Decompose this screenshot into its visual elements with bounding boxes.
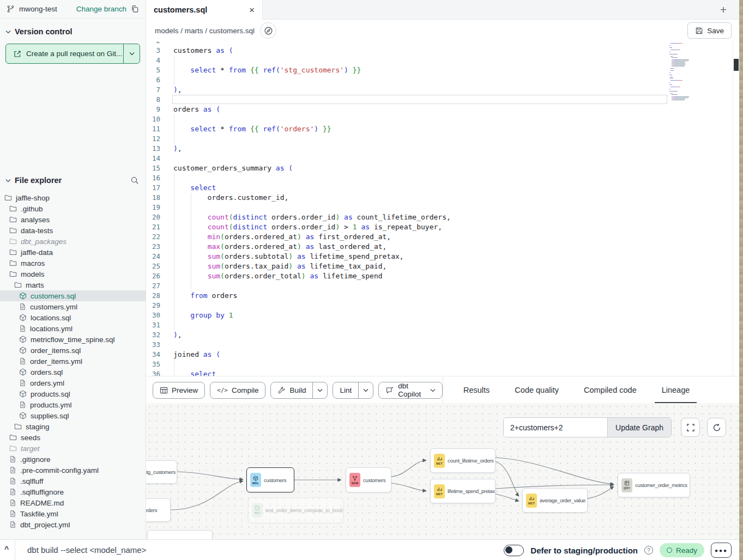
tree-item-macros[interactable]: macros bbox=[0, 258, 146, 269]
tree-item-order-items-yml[interactable]: order_items.yml bbox=[0, 356, 146, 367]
lint-dropdown-button[interactable] bbox=[358, 382, 373, 398]
tree-item-products-sql[interactable]: products.sql bbox=[0, 388, 146, 399]
editor-scrollbar[interactable] bbox=[733, 41, 739, 376]
tree-item--pre-commit-config-yaml[interactable]: .pre-commit-config.yaml bbox=[0, 465, 146, 476]
code-line-34[interactable]: 34joined as ( bbox=[146, 350, 739, 360]
tree-item-marts[interactable]: marts bbox=[0, 279, 146, 290]
tree-item--sqlfluffignore[interactable]: .sqlfluffignore bbox=[0, 486, 146, 497]
search-icon[interactable] bbox=[130, 176, 139, 185]
code-line-35[interactable]: 35 bbox=[146, 360, 739, 369]
defer-toggle[interactable] bbox=[504, 545, 524, 556]
create-pr-button[interactable]: Create a pull request on Git... bbox=[5, 44, 140, 64]
code-line-3[interactable]: 3customers as ( bbox=[146, 46, 739, 56]
tab-results[interactable]: Results bbox=[463, 376, 490, 404]
code-line-7[interactable]: 7), bbox=[146, 85, 739, 95]
lineage-pane[interactable]: stg_customersordersMDLcustomersSEMcustom… bbox=[146, 403, 739, 539]
tree-item--gitignore[interactable]: .gitignore bbox=[0, 454, 146, 465]
pr-dropdown-button[interactable] bbox=[123, 44, 140, 63]
code-line-22[interactable]: 22 min(orders.ordered_at) as first_order… bbox=[146, 232, 739, 242]
refresh-icon[interactable] bbox=[707, 418, 726, 437]
code-line-32[interactable]: 32), bbox=[146, 330, 739, 340]
lineage-node-test-order-items[interactable]: TSTtest_order_items_compute_to_bools... bbox=[248, 497, 343, 523]
tree-item-customers-sql[interactable]: customers.sql bbox=[0, 290, 146, 301]
lint-button[interactable]: Lint bbox=[333, 382, 373, 399]
code-line-12[interactable]: 12 bbox=[146, 134, 739, 144]
code-line-27[interactable]: 27 bbox=[146, 281, 739, 291]
help-icon[interactable]: ? bbox=[644, 546, 653, 555]
tree-item-seeds[interactable]: seeds bbox=[0, 432, 146, 443]
compass-icon[interactable] bbox=[260, 22, 276, 39]
code-editor[interactable]: 23customers as (45 select * from {{ ref(… bbox=[146, 41, 739, 376]
build-button[interactable]: Build bbox=[270, 382, 328, 399]
code-line-26[interactable]: 26 sum(orders.order_total) as lifetime_s… bbox=[146, 271, 739, 281]
update-graph-button[interactable]: Update Graph bbox=[607, 418, 671, 437]
tree-item-target[interactable]: target bbox=[0, 443, 146, 454]
close-icon[interactable]: × bbox=[249, 5, 255, 15]
lineage-node-average_order_value[interactable]: METaverage_order_value bbox=[522, 488, 588, 513]
build-dropdown-button[interactable] bbox=[312, 382, 327, 398]
tree-item--sqlfluff[interactable]: .sqlfluff bbox=[0, 476, 146, 486]
tab-lineage[interactable]: Lineage bbox=[662, 376, 690, 404]
tree-item-dbt-project-yml[interactable]: dbt_project.yml bbox=[0, 519, 146, 530]
lineage-node-customers-semantic[interactable]: SEMcustomers bbox=[346, 467, 391, 492]
more-options-button[interactable]: ●●● bbox=[711, 543, 732, 558]
fullscreen-icon[interactable] bbox=[681, 418, 700, 437]
code-line-20[interactable]: 20 count(distinct orders.order_id) as co… bbox=[146, 212, 739, 222]
tab-customers-sql[interactable]: customers.sql × bbox=[146, 0, 263, 20]
lineage-node-customer_order_metrics[interactable]: QRYcustomer_order_metrics bbox=[618, 473, 690, 497]
tree-item-order-items-sql[interactable]: order_items.sql bbox=[0, 345, 146, 356]
file-explorer-header[interactable]: File explorer bbox=[0, 171, 146, 189]
lineage-selector-input[interactable] bbox=[504, 418, 607, 437]
compile-button[interactable]: </> Compile bbox=[210, 382, 265, 399]
tree-item-customers-yml[interactable]: customers.yml bbox=[0, 301, 146, 312]
code-line-16[interactable]: 16 bbox=[146, 173, 739, 183]
copy-icon[interactable] bbox=[131, 5, 139, 13]
tree-item--github[interactable]: .github bbox=[0, 203, 146, 214]
code-line-6[interactable]: 6 bbox=[146, 75, 739, 85]
version-control-header[interactable]: Version control bbox=[0, 19, 146, 41]
tree-item-products-yml[interactable]: products.yml bbox=[0, 399, 146, 410]
lineage-node-count_lifetime_orders[interactable]: METcount_lifetime_orders bbox=[430, 448, 496, 473]
code-line-17[interactable]: 17 select bbox=[146, 183, 739, 193]
code-line-4[interactable]: 4 bbox=[146, 56, 739, 65]
tree-item-analyses[interactable]: analyses bbox=[0, 214, 146, 225]
code-line-25[interactable]: 25 sum(orders.tax_paid) as lifetime_tax_… bbox=[146, 261, 739, 271]
code-line-15[interactable]: 15customer_orders_summary as ( bbox=[146, 163, 739, 173]
code-line-23[interactable]: 23 max(orders.ordered_at) as last_ordere… bbox=[146, 242, 739, 252]
tree-item-readme-md[interactable]: README.md bbox=[0, 497, 146, 508]
preview-button[interactable]: Preview bbox=[153, 382, 205, 399]
tree-item-orders-yml[interactable]: orders.yml bbox=[0, 378, 146, 388]
tab-code-quality[interactable]: Code quality bbox=[515, 376, 559, 404]
code-line-19[interactable]: 19 bbox=[146, 203, 739, 212]
code-line-2[interactable]: 2 bbox=[146, 41, 739, 46]
tree-item-data-tests[interactable]: data-tests bbox=[0, 225, 146, 236]
tree-item-jaffle-data[interactable]: jaffle-data bbox=[0, 247, 146, 258]
tree-item-orders-sql[interactable]: orders.sql bbox=[0, 367, 146, 378]
tree-item-taskfile-yml[interactable]: Taskfile.yml bbox=[0, 508, 146, 519]
lineage-node-stg_customers[interactable]: stg_customers bbox=[146, 460, 177, 484]
lineage-node-customers-model[interactable]: MDLcustomers bbox=[246, 467, 294, 492]
change-branch-link[interactable]: Change branch bbox=[76, 5, 126, 13]
code-line-14[interactable]: 14 bbox=[146, 154, 739, 163]
command-input[interactable]: dbt build --select <model_name> bbox=[27, 545, 146, 555]
code-line-8[interactable]: 8 bbox=[146, 95, 739, 105]
code-line-36[interactable]: 36 select bbox=[146, 369, 739, 376]
code-line-24[interactable]: 24 sum(orders.subtotal) as lifetime_spen… bbox=[146, 252, 739, 261]
tree-item-staging[interactable]: staging bbox=[0, 421, 146, 432]
code-line-5[interactable]: 5 select * from {{ ref('stg_customers') … bbox=[146, 65, 739, 75]
tree-item-locations-yml[interactable]: locations.yml bbox=[0, 323, 146, 334]
tree-item-jaffle-shop[interactable]: jaffle-shop bbox=[0, 192, 146, 203]
code-line-9[interactable]: 9orders as ( bbox=[146, 105, 739, 114]
tree-item-supplies-sql[interactable]: supplies.sql bbox=[0, 410, 146, 421]
scrollbar-thumb[interactable] bbox=[734, 59, 739, 71]
tree-item-metricflow-time-spine-sql[interactable]: metricflow_time_spine.sql bbox=[0, 334, 146, 345]
tree-item-models[interactable]: models bbox=[0, 269, 146, 279]
dbt-copilot-button[interactable]: dbt Copilot bbox=[378, 382, 443, 399]
lineage-node-orders[interactable]: orders bbox=[146, 498, 171, 522]
code-line-33[interactable]: 33 bbox=[146, 340, 739, 350]
code-line-10[interactable]: 10 bbox=[146, 114, 739, 124]
new-tab-button[interactable]: + bbox=[716, 3, 730, 17]
code-line-30[interactable]: 30 group by 1 bbox=[146, 311, 739, 320]
save-button[interactable]: Save bbox=[687, 22, 732, 39]
lineage-node-lifetime_spend_pretax[interactable]: METlifetime_spend_pretax bbox=[430, 479, 496, 503]
